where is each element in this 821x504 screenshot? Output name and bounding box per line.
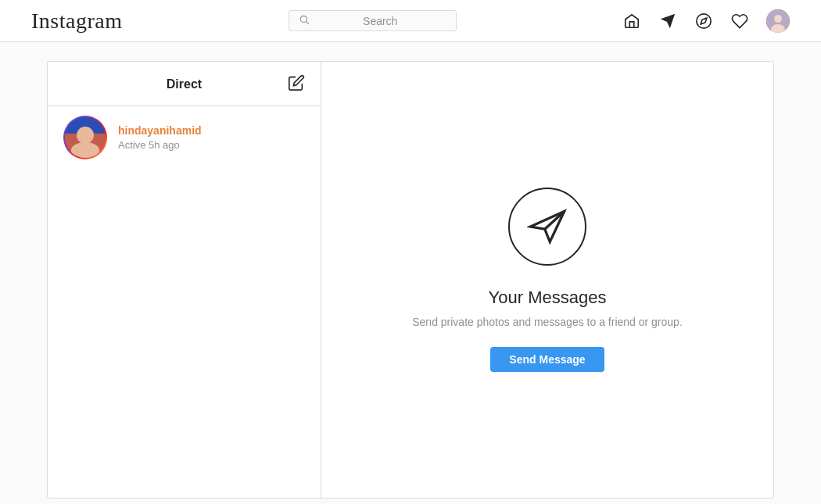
heart-icon[interactable]	[730, 12, 749, 30]
messages-heading: Your Messages	[489, 288, 607, 308]
avatar-image	[65, 117, 106, 158]
compass-icon[interactable]	[694, 12, 713, 30]
left-panel: Direct hindayanihamid Active 5h ago	[48, 62, 321, 498]
compose-icon[interactable]	[288, 74, 305, 95]
messages-subtext: Send private photos and messages to a fr…	[412, 316, 683, 328]
navbar: Instagram	[0, 0, 821, 42]
instagram-logo: Instagram	[31, 9, 122, 34]
profile-avatar[interactable]	[766, 9, 790, 33]
search-input[interactable]	[314, 15, 446, 27]
svg-point-0	[300, 16, 307, 22]
send-message-button[interactable]: Send Message	[490, 347, 604, 372]
paper-plane-icon	[527, 206, 568, 247]
conversation-status: Active 5h ago	[118, 139, 202, 151]
home-icon[interactable]	[622, 12, 641, 30]
direct-nav-icon[interactable]	[658, 12, 677, 30]
conversation-avatar	[63, 116, 107, 159]
search-icon	[299, 14, 310, 27]
conversation-item[interactable]: hindayanihamid Active 5h ago	[48, 106, 321, 169]
right-panel: Your Messages Send private photos and me…	[321, 62, 773, 498]
nav-icons	[622, 9, 790, 33]
svg-point-4	[774, 15, 782, 23]
messages-icon-circle	[508, 188, 586, 266]
conversation-username: hindayanihamid	[118, 124, 202, 137]
svg-line-1	[306, 22, 308, 24]
conversation-list: hindayanihamid Active 5h ago	[48, 106, 321, 498]
search-bar[interactable]	[289, 10, 457, 31]
svg-point-2	[697, 13, 711, 27]
main-content: Direct hindayanihamid Active 5h ago	[0, 42, 821, 504]
conversation-info: hindayanihamid Active 5h ago	[118, 124, 202, 151]
direct-title: Direct	[167, 77, 202, 91]
left-header: Direct	[48, 62, 321, 106]
messages-container: Direct hindayanihamid Active 5h ago	[47, 61, 774, 499]
